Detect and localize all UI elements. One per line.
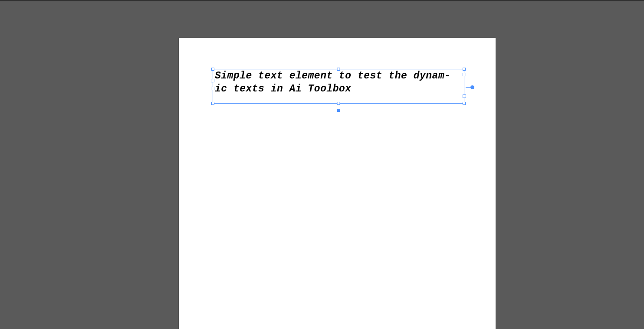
text-outport-icon[interactable] [463,94,466,98]
selection-handle-right-upper[interactable] [463,73,466,76]
text-inport-icon[interactable] [211,79,214,82]
document-workspace[interactable]: Simple text element to test the dynam- i… [0,1,644,329]
text-line-1[interactable]: Simple text element to test the dynam- [215,70,451,81]
selection-handle-bottom-left[interactable] [211,102,214,105]
area-type-bottom-handle-icon[interactable] [337,109,340,112]
text-frame-content[interactable]: Simple text element to test the dynam- i… [215,69,462,95]
text-frame[interactable]: Simple text element to test the dynam- i… [213,69,464,104]
selection-handle-top-left[interactable] [211,68,214,71]
selection-handle-bottom-center[interactable] [337,102,340,105]
selection-handle-top-right[interactable] [463,68,466,71]
selection-handle-bottom-right[interactable] [463,102,466,105]
selection-handle-left-mid[interactable] [211,87,214,90]
selection-handle-top-center[interactable] [337,68,340,71]
text-frame-selection[interactable]: Simple text element to test the dynam- i… [213,69,464,104]
text-thread-end-icon[interactable] [470,85,474,89]
text-line-2[interactable]: ic texts in Ai Toolbox [215,83,352,94]
